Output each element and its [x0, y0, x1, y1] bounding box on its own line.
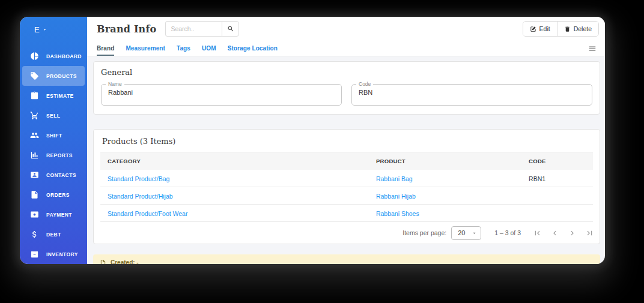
top-toolbar: Brand Info Edit Delete	[87, 17, 605, 41]
clipboard-icon	[30, 91, 39, 100]
code-field[interactable]	[351, 84, 592, 106]
chevron-down-icon	[472, 230, 477, 236]
sidebar-item-products[interactable]: PRODUCTS	[22, 66, 85, 86]
sidebar: E DASHBOARD PRODUCTS ESTIMATE SELL	[20, 17, 87, 264]
action-buttons: Edit Delete	[523, 21, 599, 37]
delete-button[interactable]: Delete	[557, 22, 598, 36]
paginator: Items per page: 20 1 – 3 of 3	[94, 222, 600, 244]
file-icon	[30, 190, 39, 199]
edit-button-label: Edit	[539, 25, 550, 32]
tab-overflow-menu[interactable]	[588, 44, 597, 53]
edit-icon	[530, 26, 536, 32]
sidebar-item-label: DASHBOARD	[46, 53, 82, 59]
sidebar-item-label: SHIFT	[46, 133, 62, 139]
sidebar-item-label: INVENTORY	[46, 251, 78, 257]
sidebar-item-payment[interactable]: PAYMENT	[22, 205, 85, 224]
sidebar-item-orders[interactable]: ORDERS	[22, 185, 85, 205]
search-icon	[227, 25, 234, 32]
account-menu[interactable]: E	[20, 17, 87, 43]
product-link[interactable]: Rabbani Shoes	[376, 210, 419, 217]
product-link[interactable]: Rabbani Hijab	[376, 193, 416, 200]
sidebar-item-label: DEBT	[46, 232, 61, 238]
items-per-page-select[interactable]: 20	[451, 226, 481, 240]
first-page-button[interactable]	[529, 225, 545, 241]
tab-measurement[interactable]: Measurement	[126, 41, 165, 56]
delete-button-label: Delete	[574, 25, 592, 32]
sidebar-item-sell[interactable]: SELL	[22, 106, 85, 125]
sidebar-item-contacts[interactable]: CONTACTS	[22, 165, 85, 185]
column-header-code: CODE	[521, 158, 593, 164]
chevron-right-icon	[568, 229, 577, 238]
sidebar-item-inventory[interactable]: INVENTORY	[22, 244, 85, 264]
sidebar-item-estimate[interactable]: ESTIMATE	[22, 86, 85, 106]
tab-tags[interactable]: Tags	[177, 41, 190, 56]
search-button[interactable]	[222, 21, 239, 37]
previous-page-button[interactable]	[547, 225, 562, 241]
category-link[interactable]: Standard Product/Hijab	[108, 193, 173, 200]
account-menu-label: E	[34, 25, 40, 34]
sidebar-nav: DASHBOARD PRODUCTS ESTIMATE SELL SHIFT R	[20, 46, 87, 264]
name-field-label: Name	[106, 81, 124, 87]
tab-bar: Brand Measurement Tags UOM Storage Locat…	[87, 41, 605, 56]
sidebar-item-shift[interactable]: SHIFT	[22, 125, 85, 145]
category-link[interactable]: Standard Product/Foot Wear	[108, 210, 187, 217]
category-link[interactable]: Standard Product/Bag	[108, 175, 169, 182]
content-area: General Name Code Products (3 Items)	[87, 56, 605, 264]
hamburger-icon	[588, 44, 597, 53]
name-field-wrap: Name	[101, 84, 342, 106]
chevron-left-icon	[550, 229, 559, 238]
table-row: Standard Product/Foot Wear Rabbani Shoes	[100, 205, 593, 222]
sidebar-item-label: ESTIMATE	[46, 93, 74, 99]
sidebar-item-label: PRODUCTS	[46, 73, 77, 79]
first-page-icon	[533, 229, 542, 238]
table-row: Standard Product/Bag Rabbani Bag RBN1	[100, 170, 593, 187]
sidebar-item-label: PAYMENT	[46, 212, 72, 218]
dollar-icon	[30, 230, 39, 239]
created-info-bar: Created: -	[93, 254, 600, 264]
sidebar-item-label: CONTACTS	[46, 172, 76, 178]
products-table: CATEGORY PRODUCT CODE Standard Product/B…	[100, 152, 593, 222]
pie-chart-icon	[30, 52, 39, 61]
general-section-title: General	[101, 68, 592, 77]
tab-uom[interactable]: UOM	[202, 41, 216, 56]
document-icon	[100, 259, 106, 265]
code-field-wrap: Code	[351, 84, 592, 106]
table-row: Standard Product/Hijab Rabbani Hijab	[100, 187, 593, 205]
sidebar-item-label: SELL	[46, 113, 60, 119]
name-field[interactable]	[101, 84, 342, 106]
contact-book-icon	[30, 170, 39, 179]
sidebar-item-dashboard[interactable]: DASHBOARD	[22, 46, 85, 66]
sidebar-item-debt[interactable]: DEBT	[22, 224, 85, 244]
sidebar-item-label: REPORTS	[46, 152, 73, 158]
product-link[interactable]: Rabbani Bag	[376, 175, 413, 182]
created-label: Created: -	[111, 259, 139, 265]
general-section: General Name Code	[93, 61, 600, 115]
products-section: Products (3 Items) CATEGORY PRODUCT CODE…	[93, 129, 600, 244]
archive-icon	[30, 250, 39, 259]
tab-storage-location[interactable]: Storage Location	[228, 41, 278, 56]
main-panel: Brand Info Edit Delete Brand	[87, 17, 605, 264]
trash-icon	[564, 26, 571, 32]
code-field-label: Code	[356, 81, 373, 87]
last-page-button[interactable]	[582, 225, 597, 241]
search-group	[165, 21, 239, 37]
tag-icon	[30, 71, 39, 80]
cart-icon	[30, 111, 39, 120]
people-icon	[30, 131, 39, 140]
page-title: Brand Info	[97, 23, 156, 35]
items-per-page-label: Items per page:	[402, 229, 446, 236]
items-per-page-value: 20	[458, 229, 465, 236]
column-header-product: PRODUCT	[369, 158, 521, 164]
code-value: RBN1	[529, 175, 545, 182]
products-section-title: Products (3 Items)	[94, 130, 600, 152]
banknote-icon	[30, 210, 39, 219]
search-input[interactable]	[165, 21, 222, 37]
next-page-button[interactable]	[564, 225, 580, 241]
edit-button[interactable]: Edit	[523, 22, 557, 36]
page-range-label: 1 – 3 of 3	[494, 229, 521, 236]
last-page-icon	[585, 229, 594, 238]
sidebar-item-reports[interactable]: REPORTS	[22, 145, 85, 165]
bar-chart-icon	[30, 151, 39, 160]
tab-brand[interactable]: Brand	[97, 41, 114, 56]
chevron-down-icon	[42, 27, 47, 32]
